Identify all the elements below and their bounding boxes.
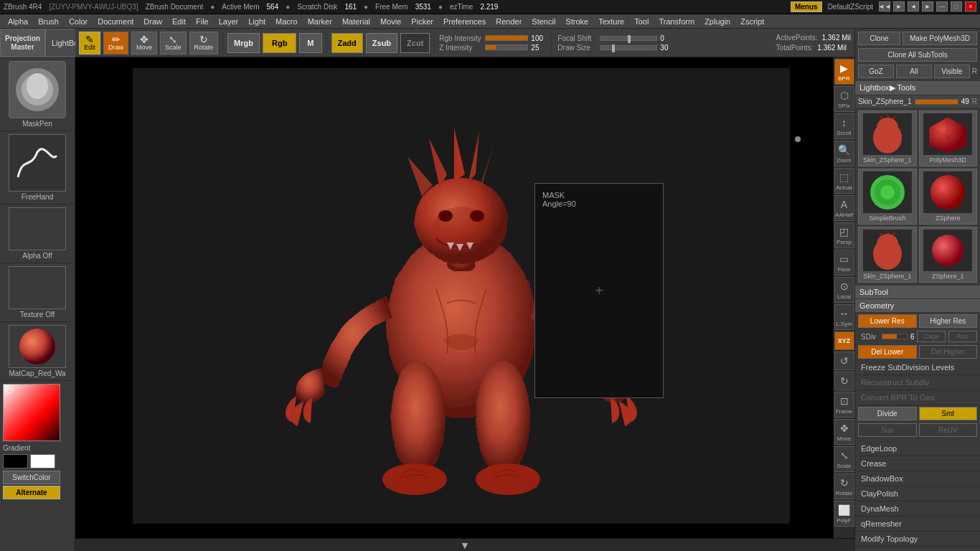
alpha-thumb[interactable] [9, 207, 66, 250]
zadd-button[interactable]: Zadd [331, 33, 363, 53]
win-maximize[interactable]: □ [951, 1, 962, 11]
rot2-button[interactable]: ↻ [834, 372, 854, 390]
reuv-button[interactable]: ReUV [919, 423, 978, 437]
menu-render[interactable]: Render [491, 16, 526, 27]
sdiv-slider[interactable] [882, 334, 908, 339]
dynamesh-item[interactable]: DynaMesh [855, 501, 980, 517]
suv-button[interactable]: Suv [858, 423, 917, 437]
shadowbox-item[interactable]: ShadowBox [855, 471, 980, 486]
clone-all-button[interactable]: Clone All SubTools [858, 48, 977, 62]
win-btn-1[interactable]: ◄◄ [879, 1, 890, 11]
menu-color[interactable]: Color [65, 16, 92, 27]
win-btn-3[interactable]: ◄ [908, 1, 919, 11]
win-minimize[interactable]: — [936, 1, 948, 11]
alternate-button[interactable]: Alternate [3, 486, 60, 499]
thumb-polymesh3d[interactable]: PolyMesh3D [919, 110, 978, 166]
focal-shift-slider[interactable] [600, 36, 657, 41]
menu-material[interactable]: Material [338, 16, 374, 27]
aahalf-button[interactable]: A AAHalf [834, 195, 854, 221]
qremesher-item[interactable]: qRemesher [855, 517, 980, 532]
mesh-integrity-item[interactable]: MeshIntegrity [855, 547, 980, 551]
menu-zplugin[interactable]: Zplugin [700, 16, 735, 27]
del-higher-button[interactable]: Del Higher [919, 345, 978, 359]
skin-slider[interactable] [915, 99, 958, 105]
menu-transform[interactable]: Transform [654, 16, 699, 27]
thumb-zsphere[interactable]: ZSphere [919, 169, 978, 225]
edgeloop-item[interactable]: EdgeLoop [855, 441, 980, 456]
move-button[interactable]: ✥ Move [131, 32, 157, 55]
menu-stroke[interactable]: Stroke [561, 16, 593, 27]
menu-marker[interactable]: Marker [303, 16, 336, 27]
thumb-simplebrush[interactable]: SimpleBrush [858, 169, 917, 225]
canvas-area[interactable]: MASK Angle=90 + [75, 57, 833, 538]
freeze-subdiv-item[interactable]: Freeze SubDivision Levels [855, 360, 980, 375]
lsym-button[interactable]: ↔ L.Sym [834, 304, 854, 330]
win-btn-2[interactable]: ► [893, 1, 905, 11]
convert-bpr-item[interactable]: Convert BPR To Geo [855, 390, 980, 405]
draw-size-slider[interactable] [600, 45, 657, 50]
lower-res-button[interactable]: Lower Res [858, 314, 917, 328]
smt-button[interactable]: Smt [919, 407, 978, 420]
actual-button[interactable]: ⬚ Actual [834, 168, 854, 194]
cage-button[interactable]: Cage [917, 331, 946, 342]
crease-item[interactable]: Crease [855, 456, 980, 471]
frame-button[interactable]: ⊡ Frame [834, 392, 854, 418]
menu-texture[interactable]: Texture [594, 16, 628, 27]
projection-master-button[interactable]: Projection Master [0, 29, 45, 57]
menu-zscript[interactable]: Zscript [736, 16, 768, 27]
texture-thumb[interactable] [9, 266, 66, 309]
all-button[interactable]: All [896, 65, 932, 78]
goz-button[interactable]: GoZ [858, 65, 894, 78]
thumb-skin-zsphere1-a[interactable]: Skin_ZSphere_1 [858, 110, 917, 166]
thumb-zsphere1[interactable]: ZSphere_1 [919, 227, 978, 283]
modify-topology-item[interactable]: Modify Topology [855, 532, 980, 547]
scale-button[interactable]: ⤡ Scale [160, 32, 187, 55]
rotate3-button[interactable]: ↻ Rotate [834, 474, 854, 499]
move2-button[interactable]: ✥ Move [834, 419, 854, 445]
gradient-black-swatch[interactable] [3, 454, 28, 468]
freehand-thumb[interactable] [9, 134, 66, 192]
zcut-button[interactable]: Zcut [400, 33, 430, 53]
divide-button[interactable]: Divide [858, 407, 917, 420]
draw-button[interactable]: ✏ Draw [103, 32, 128, 55]
rstr-button[interactable]: Rstr [948, 331, 977, 342]
claypolish-item[interactable]: ClayPolish [855, 486, 980, 501]
spix-button[interactable]: ⬡ SPix [834, 86, 854, 112]
subtool-header[interactable]: SubTool [855, 286, 980, 299]
m-button[interactable]: M [299, 33, 321, 53]
rot1-button[interactable]: ↺ [834, 352, 854, 370]
menu-light[interactable]: Light [244, 16, 270, 27]
menu-file[interactable]: File [192, 16, 213, 27]
menu-brush[interactable]: Brush [34, 16, 63, 27]
local-button[interactable]: ⊙ Local [834, 277, 854, 303]
make-polymesh-button[interactable]: Make PolyMesh3D [903, 32, 977, 45]
polyf-button[interactable]: ⬜ PolyF [834, 501, 854, 527]
menu-stencil[interactable]: Stencil [527, 16, 560, 27]
bottom-arrow[interactable]: ▼ [460, 540, 470, 551]
menu-layer[interactable]: Layer [215, 16, 243, 27]
menu-macro[interactable]: Macro [271, 16, 302, 27]
rgb-button[interactable]: Rgb [263, 33, 296, 53]
menu-picker[interactable]: Picker [407, 16, 438, 27]
zsub-button[interactable]: Zsub [366, 33, 397, 53]
geometry-header[interactable]: Geometry [855, 299, 980, 313]
persp-button[interactable]: ◰ Persp [834, 222, 854, 248]
xyz-button[interactable]: XYZ [834, 331, 854, 350]
menus-button[interactable]: Menus [791, 1, 822, 12]
thumb-skin-zsphere1-b[interactable]: Skin_ZSphere_1 [858, 227, 917, 283]
win-btn-4[interactable]: ► [922, 1, 933, 11]
del-lower-button[interactable]: Del Lower [858, 345, 917, 359]
menu-edit[interactable]: Edit [168, 16, 190, 27]
rotate-button[interactable]: ↻ Rotate [189, 32, 219, 55]
visible-button[interactable]: Visible [934, 65, 970, 78]
z-intensity-slider[interactable] [485, 44, 528, 50]
clone-button[interactable]: Clone [858, 32, 900, 45]
scroll-button[interactable]: ↕ Scroll [834, 113, 854, 139]
scale2-button[interactable]: ⤡ Scale [834, 446, 854, 472]
win-close[interactable]: × [965, 1, 976, 11]
zoom-button[interactable]: 🔍 Zoom [834, 141, 854, 166]
switch-color-button[interactable]: SwitchColor [3, 471, 60, 484]
edit-button[interactable]: ✎ Edit [79, 32, 100, 55]
reconstruct-subdiv-item[interactable]: Reconstruct Subdiv [855, 375, 980, 390]
menu-document[interactable]: Document [93, 16, 138, 27]
